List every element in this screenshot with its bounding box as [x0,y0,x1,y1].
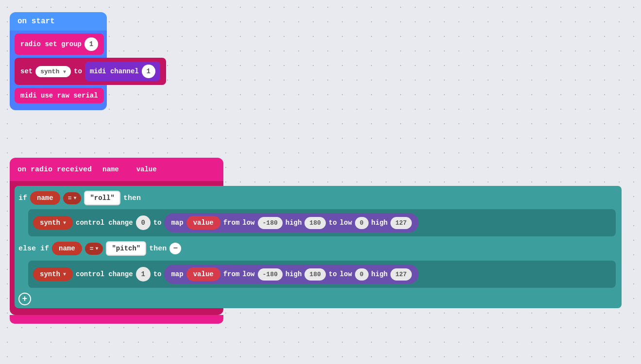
if-name-label: name [37,194,53,202]
to-high-val-2: 127 [395,271,406,278]
control-change-label-2: control change [76,270,133,278]
map-value-2[interactable]: value [186,267,220,281]
then-label-1: then [123,194,141,202]
high-value-2[interactable]: 180 [304,268,325,281]
low-value-1[interactable]: -180 [258,217,283,229]
low-val-1: -180 [263,219,278,227]
on-start-body: radio set group 1 set synth ▼ to midi ch… [10,31,107,110]
on-start-label: on start [17,17,55,26]
equals-label-1: = [68,195,72,202]
plus-icon: + [22,294,28,304]
low-label-1: low [242,219,254,227]
cc-value-2[interactable]: 1 [136,267,151,281]
synth-2-arrow-icon: ▼ [63,272,66,277]
to-high-val-1: 127 [395,219,406,227]
to-low-val-1: 0 [360,219,364,227]
control-change-label-1: control change [76,219,133,227]
name-pill[interactable]: name [96,163,126,176]
from-label-2: from [223,270,240,278]
to-high-value-1[interactable]: 127 [390,217,411,229]
cc-value-1[interactable]: 0 [136,215,151,230]
midi-channel-block[interactable]: midi channel 1 [85,62,160,81]
to-label-2: to [153,270,162,278]
set-label: set [20,67,33,75]
roll-string[interactable]: "roll" [84,191,120,205]
synth-dropdown[interactable]: synth ▼ [35,66,71,77]
low-label-2: low [242,270,254,278]
midi-channel-value[interactable]: 1 [142,65,155,78]
name-pill-label: name [102,165,119,173]
to-low-value-1[interactable]: 0 [355,217,369,229]
equals-label-2: = [90,245,94,252]
radio-set-group-row: radio set group 1 [15,33,102,55]
to-high-label-2: high [371,270,388,278]
map-value-label-2: value [193,270,214,278]
to-label: to [74,67,82,75]
radio-set-group-label: radio set group [20,40,82,48]
low-val-2: -180 [263,271,278,278]
equals-arrow-icon-2: ▼ [95,246,98,251]
minus-button[interactable]: − [169,243,181,254]
low-value-2[interactable]: -180 [258,268,283,281]
synth-dropdown-2[interactable]: synth ▼ [33,267,73,281]
add-condition-button[interactable]: + [18,293,31,305]
synth-1-arrow-icon: ▼ [63,220,66,226]
roll-string-label: "roll" [90,194,114,202]
midi-raw-block[interactable]: midi use raw serial [15,88,104,103]
value-pill-label: value [136,165,157,173]
if-block: if name = ▼ "roll" then s [15,186,622,308]
to-low-value-2[interactable]: 0 [355,268,369,281]
to-low-label-1: to [329,219,337,227]
high-val-2: 180 [309,271,320,278]
else-if-name-label: name [59,245,75,252]
high-label-1: high [286,219,302,227]
on-radio-footer [10,315,223,324]
map-label-2: map [171,270,183,278]
equals-dropdown-2[interactable]: = ▼ [85,243,103,255]
low-label-2b: low [340,270,352,278]
radio-group-value[interactable]: 1 [84,37,98,51]
workspace: on start radio set group 1 set synth ▼ t… [0,0,641,364]
equals-arrow-icon-1: ▼ [73,196,76,201]
equals-dropdown-1[interactable]: = ▼ [63,192,82,204]
synth-arrow-icon: ▼ [63,69,66,75]
if-label: if [18,194,27,202]
map-value-1[interactable]: value [186,216,220,230]
map-block-2[interactable]: map value from low -180 high 180 [164,265,418,284]
low-label-1b: low [340,219,352,227]
to-low-label-2: to [329,270,337,278]
synth-2-label: synth [40,270,60,278]
synth-dropdown-1[interactable]: synth ▼ [33,216,73,230]
from-label-1: from [223,219,240,227]
synth-1-label: synth [40,219,60,227]
radio-set-group-block[interactable]: radio set group 1 [15,33,104,55]
if-row: if name = ▼ "roll" then [18,189,618,207]
value-pill[interactable]: value [130,163,164,176]
midi-raw-row: midi use raw serial [15,88,102,103]
midi-raw-label: midi use raw serial [20,92,98,99]
map-label-1: map [171,219,183,227]
to-low-val-2: 0 [360,271,364,278]
midi-channel-label: midi channel [90,67,139,75]
if-name-pill[interactable]: name [30,191,60,205]
high-val-1: 180 [309,219,320,227]
on-radio-received-block: on radio received name value if name = [10,158,631,324]
high-value-1[interactable]: 180 [304,217,325,229]
synth-row-1: synth ▼ control change 0 to map value fr… [28,209,616,236]
map-block-1[interactable]: map value from low -180 high 180 [164,213,418,232]
else-if-label: else if [18,245,49,253]
pitch-string-label: "pitch" [112,245,140,252]
then-label-2: then [149,245,167,253]
to-high-value-2[interactable]: 127 [390,268,411,281]
on-radio-header[interactable]: on radio received name value [10,158,223,181]
set-synth-block[interactable]: set synth ▼ to midi channel 1 [15,58,166,85]
pitch-string[interactable]: "pitch" [106,241,146,256]
else-if-name-pill[interactable]: name [52,242,82,255]
on-radio-body: if name = ▼ "roll" then s [10,181,223,315]
synth-row-2: synth ▼ control change 1 to map value fr… [28,261,616,288]
on-start-header[interactable]: on start [10,12,107,31]
map-value-label-1: value [193,219,214,227]
to-label-1: to [153,219,162,227]
set-synth-row: set synth ▼ to midi channel 1 [15,58,102,85]
to-high-label-1: high [371,219,388,227]
